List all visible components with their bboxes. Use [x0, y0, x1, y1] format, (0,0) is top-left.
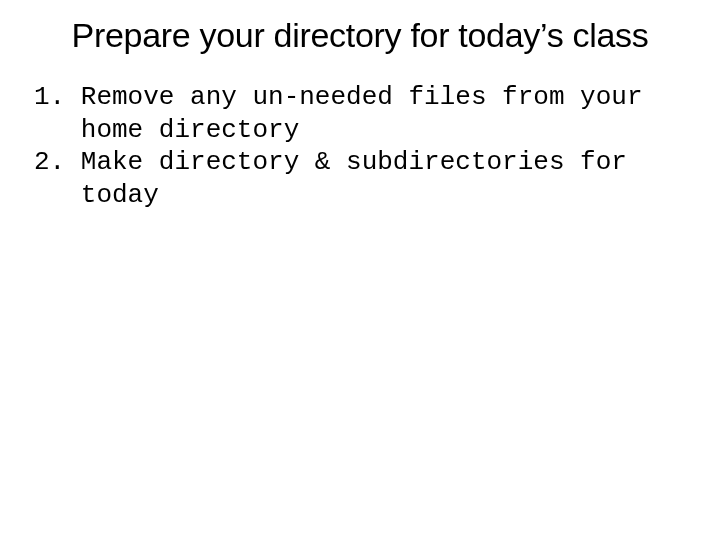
instruction-list: 1. Remove any un-needed files from your …: [30, 81, 690, 211]
list-item: 2. Make directory & subdirectories for t…: [34, 146, 690, 211]
list-marker: 1.: [34, 81, 81, 114]
list-text: Remove any un-needed files from your hom…: [81, 81, 690, 146]
list-text: Make directory & subdirectories for toda…: [81, 146, 690, 211]
slide: Prepare your directory for today’s class…: [0, 0, 720, 540]
list-marker: 2.: [34, 146, 81, 179]
list-item: 1. Remove any un-needed files from your …: [34, 81, 690, 146]
slide-title: Prepare your directory for today’s class: [30, 16, 690, 55]
